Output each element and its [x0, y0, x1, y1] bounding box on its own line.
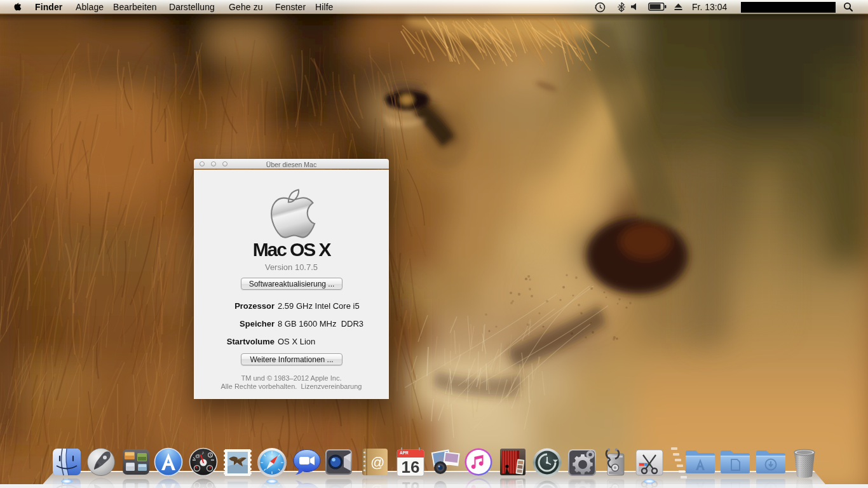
svg-text:16: 16	[402, 478, 420, 488]
svg-text:16: 16	[402, 458, 420, 477]
svg-text:APR: APR	[400, 451, 409, 455]
svg-text:@: @	[370, 484, 384, 488]
svg-text:♪: ♪	[201, 450, 204, 456]
svg-text:@: @	[195, 453, 200, 459]
svg-text:@: @	[370, 454, 384, 470]
